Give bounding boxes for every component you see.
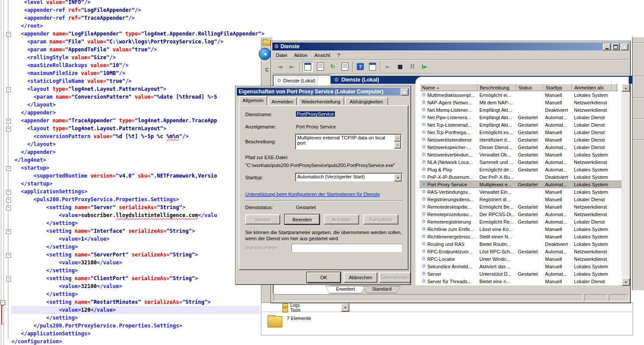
startoptionen-link[interactable]: Unterstützung beim Konfigurieren der Sta…	[245, 192, 380, 197]
fold-box[interactable]: −	[6, 127, 11, 132]
table-row[interactable]: ⚙Port Proxy ServiceMultiplexes e...Gesta…	[420, 181, 625, 188]
menu-datei[interactable]: Datei	[272, 52, 291, 59]
stop-service-button[interactable]: ■	[395, 62, 405, 71]
start-service-button[interactable]: ►	[383, 62, 393, 71]
export-list-button[interactable]	[340, 62, 350, 71]
close-button[interactable]: ×	[620, 43, 628, 50]
table-row[interactable]: ⚙Multimediaklassenpl...Ermöglicht ei...M…	[420, 91, 625, 99]
starten-button[interactable]: Starten	[245, 214, 280, 224]
show-console-tree-button[interactable]	[303, 61, 313, 72]
minimize-button[interactable]	[603, 43, 611, 50]
menu-aktion[interactable]: Aktion	[291, 52, 311, 59]
anhalten-button[interactable]: Anhalten	[324, 214, 359, 224]
dropdown-button[interactable]: ▼	[341, 303, 349, 312]
table-row[interactable]: ⚙NAP-Agent (Netwo...Mit dem NAP-...Manue…	[420, 99, 625, 106]
abbrechen-button[interactable]: Abbrechen	[344, 272, 377, 283]
fold-box[interactable]: −	[6, 119, 11, 124]
table-row[interactable]: ⚙Routing und RASBietet Routin...Deaktivi…	[420, 240, 625, 248]
fold-box[interactable]: −	[6, 166, 11, 171]
table-row[interactable]: ⚙NetzwerklistendienstIdentifiziert d...G…	[420, 136, 625, 143]
desc-scroll-up-button[interactable]: ▲	[394, 135, 401, 142]
back-button[interactable]: ◄	[275, 62, 285, 71]
table-row[interactable]: ⚙Netzwerkverbindun...Verwaltet Ob...Gest…	[420, 151, 625, 158]
table-row[interactable]: ⚙Net.Tcp-Portfreiga...Ermöglicht es...Ge…	[420, 128, 625, 136]
properties-button[interactable]	[316, 62, 325, 71]
column-header-status[interactable]: Status	[516, 84, 543, 91]
help-button[interactable]: ?	[355, 62, 365, 71]
table-row[interactable]: ⚙Remoteprozedurau...Der RPCSS-Di...Gesta…	[420, 210, 625, 218]
show-window-button[interactable]	[368, 62, 377, 71]
table-cell: Manuell	[543, 197, 572, 202]
combo-dropdown-button[interactable]: ▼	[394, 174, 402, 181]
table-row[interactable]: ⚙Server für Threads...Bietet eine n...Ma…	[420, 277, 625, 285]
table-row[interactable]: ⚙Remotedesktopdie...Ermöglicht Be...Gest…	[420, 203, 625, 210]
table-row[interactable]: ⚙Net.Msmq-Listener...Empfängt Akt...Deak…	[420, 106, 625, 114]
beschreibung-textbox[interactable]: Multiplexes external TCP/IP data on loca…	[295, 134, 402, 149]
table-row[interactable]: ⚙Registrierungsdiens...Registriert di...…	[420, 196, 625, 203]
menu-hilfe[interactable]: ?	[334, 52, 343, 59]
table-header: Name ▲ Beschreibung Status Starttyp Anme…	[420, 84, 625, 91]
table-row[interactable]: ⚙NLA (Network Loca...Sammelt und ...Gest…	[420, 158, 625, 166]
tab-standard[interactable]: Standard	[363, 286, 401, 293]
table-row[interactable]: ⚙Net.Tcp-Listenerad...Empfängt Akt...Ges…	[420, 121, 625, 128]
forward-button[interactable]: ►	[287, 62, 297, 71]
startparameter-input[interactable]	[292, 244, 402, 252]
beenden-button[interactable]: Beenden	[285, 214, 320, 224]
table-row[interactable]: ⚙Richtlinie zum Entfe...Lässt eine Ko...…	[420, 225, 625, 233]
column-header-starttyp[interactable]: Starttyp	[543, 84, 572, 91]
fold-box[interactable]: −	[6, 190, 11, 195]
services-titlebar[interactable]: ⚙ Dienste ×	[272, 43, 629, 50]
changed-fold-box[interactable]: −	[0, 300, 5, 305]
table-row[interactable]: ⚙RPC-LocatorUnter Windo...ManuellNetzwer…	[420, 255, 625, 263]
service-name-label: Server	[427, 271, 441, 277]
maximize-button[interactable]	[612, 43, 619, 50]
desc-scroll-down-button[interactable]: ▼	[394, 142, 401, 149]
back-icon[interactable]: ◄	[259, 48, 271, 60]
column-header-beschreibung[interactable]: Beschreibung	[478, 84, 516, 91]
table-row[interactable]: ⚙PnP-X-IP-Busenum...Der PnP-X-Bu...Deakt…	[420, 173, 625, 181]
ok-button[interactable]: OK	[307, 272, 341, 283]
fold-box[interactable]: −	[6, 253, 11, 258]
scroll-up-button[interactable]: ▲	[622, 84, 630, 92]
pause-service-button[interactable]	[408, 62, 417, 71]
table-row[interactable]: ⚙RPC-Endpunktzuor...Löst RPC-Sch...Gesta…	[420, 248, 625, 255]
table-row[interactable]: ⚙ServerUnterstützt D...GestartetAutomat.…	[420, 270, 625, 277]
table-row[interactable]: ⚙RAS-Verbindungsv...Verwaltet Ein...Manu…	[420, 188, 625, 196]
table-scrollbar[interactable]: ▲ ▼	[622, 84, 629, 285]
fold-box[interactable]: −	[6, 229, 11, 234]
menu-ansicht[interactable]: Ansicht	[311, 52, 334, 59]
code-area[interactable]: <level value="INFO"/> <appender-ref ref=…	[11, 0, 264, 345]
column-header-anmelden[interactable]: Anmelden als	[572, 84, 612, 91]
uebernehmen-button[interactable]: Übernehmen	[379, 272, 411, 283]
starttyp-combobox[interactable]: Automatisch (Verzögerter Start) ▼	[295, 173, 403, 181]
table-cell: Dieser Dienst...	[478, 145, 516, 150]
tree-item-dienste-lokal[interactable]: ⚙ Dienste (Lokal)	[275, 77, 318, 85]
dialog-close-button[interactable]: ×	[401, 89, 408, 96]
folder-row[interactable]: Logs	[282, 303, 300, 308]
fold-box[interactable]: −	[6, 277, 11, 281]
tab-erweitert[interactable]: Erweitert	[325, 286, 366, 293]
table-row[interactable]: ⚙Richtlinienergebniss...Stellt einen N..…	[420, 233, 625, 240]
fold-box[interactable]: −	[6, 198, 11, 203]
fold-box[interactable]: −	[6, 206, 11, 210]
service-name-label: Registrierungsdiens...	[427, 197, 474, 202]
fortsetzen-button[interactable]: Fortsetzen	[363, 214, 398, 224]
dialog-titlebar[interactable]: Eigenschaften von Port Proxy Service (Lo…	[237, 88, 409, 96]
tab-wiederherstellung[interactable]: Wiederherstellung	[298, 97, 344, 105]
fold-box[interactable]: −	[6, 87, 11, 92]
tab-abhaengigkeiten[interactable]: Abhängigkeiten	[345, 97, 388, 105]
fold-box[interactable]: −	[6, 32, 11, 37]
table-row[interactable]: ⚙Sekundäre Anmeld...Aktiviert das ...Man…	[420, 263, 625, 270]
tab-allgemein[interactable]: Allgemein	[239, 96, 267, 106]
dienstname-value[interactable]: PortProxyService	[296, 111, 335, 117]
editor-left-rail	[1, 0, 1, 345]
column-header-name[interactable]: Name ▲	[420, 84, 478, 91]
table-row[interactable]: ⚙Plug & PlayErmöglicht de...GestartetAut…	[420, 166, 625, 173]
tab-anmelden[interactable]: Anmelden	[268, 97, 297, 105]
restart-service-button[interactable]: ►	[420, 62, 429, 71]
table-row[interactable]: ⚙Net.Pipe-Listenera...Empfängt Akt...Ges…	[420, 114, 625, 121]
table-row[interactable]: ⚙RemoteregistrierungErmöglicht Re...Gest…	[420, 218, 625, 225]
scroll-down-button[interactable]: ▼	[622, 278, 630, 286]
refresh-button[interactable]: ↻	[328, 62, 338, 71]
table-row[interactable]: ⚙Netzwerkspeicher-...Dieser Dienst...Ges…	[420, 143, 625, 151]
